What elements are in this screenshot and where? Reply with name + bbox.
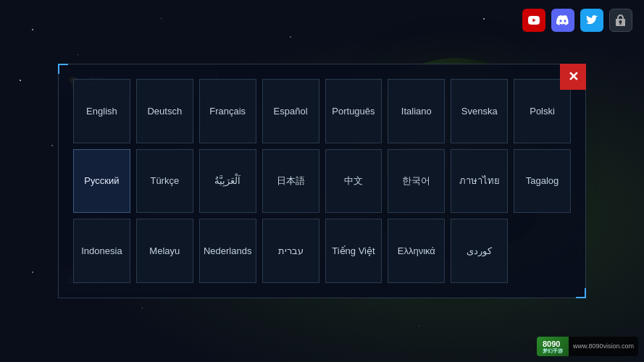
lang-btn-ar[interactable]: اَلْعَرَبِيَّةُ [199,149,256,214]
youtube-icon[interactable] [522,9,545,32]
lang-btn-sv[interactable]: Svenska [451,79,508,143]
language-dialog: ✕ EnglishDeutschFrançaisEspañolPortuguês… [58,64,586,298]
watermark: 8090 梦幻手游 www.8090vision.com [537,337,638,356]
watermark-url: www.8090vision.com [569,341,638,351]
lang-btn-el[interactable]: Ελληνικά [388,219,445,283]
top-bar [522,9,632,32]
lang-btn-he[interactable]: עברית [262,219,319,283]
lang-btn-tl[interactable]: Tagalog [514,149,571,214]
lang-btn-nl[interactable]: Nederlands [199,219,256,283]
lang-btn-id[interactable]: Indonesia [73,219,130,283]
lang-btn-en[interactable]: English [73,79,130,143]
lang-btn-pt[interactable]: Português [325,79,382,143]
twitter-icon[interactable] [580,9,603,32]
lang-btn-de[interactable]: Deutsch [136,79,193,143]
lang-btn-th[interactable]: ภาษาไทย [451,149,508,214]
language-grid: EnglishDeutschFrançaisEspañolPortuguêsIt… [73,79,571,283]
lang-btn-vi[interactable]: Tiếng Việt [325,219,382,283]
lang-btn-tr[interactable]: Türkçe [136,149,193,214]
discord-icon[interactable] [551,9,574,32]
lang-btn-ku[interactable]: کوردی [451,219,508,283]
lang-btn-ja[interactable]: 日本語 [262,149,319,214]
close-button[interactable]: ✕ [560,64,586,90]
lang-btn-ms[interactable]: Melayu [136,219,193,283]
lang-btn-zh[interactable]: 中文 [325,149,382,214]
lang-btn-it[interactable]: Italiano [388,79,445,143]
lang-btn-ru[interactable]: Русский [73,149,130,214]
lock-icon[interactable] [609,9,632,32]
watermark-logo: 8090 梦幻手游 [537,337,569,356]
lang-btn-es[interactable]: Español [262,79,319,143]
lang-btn-fr[interactable]: Français [199,79,256,143]
lang-btn-ko[interactable]: 한국어 [388,149,445,214]
